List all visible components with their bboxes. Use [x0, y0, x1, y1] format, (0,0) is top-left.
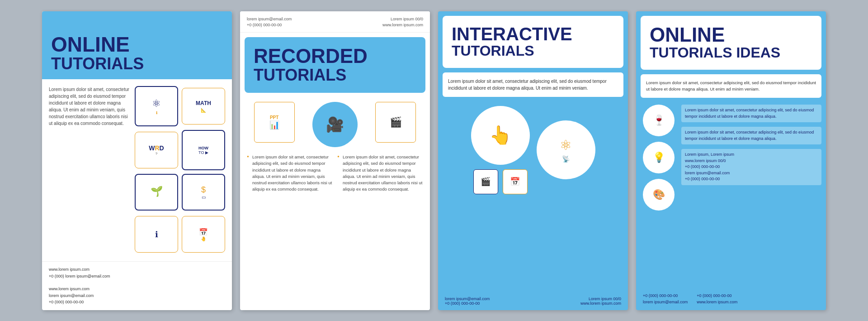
text-item-3: Lorem ipsum, Lorem ipsum www.lorem ipsum… — [681, 149, 821, 185]
atom-label: ℹ — [156, 111, 157, 115]
icons-section-3: 👆 🎬 📅 ⚛ 📡 — [438, 101, 628, 199]
title-tutorials-3: TUTORIALS — [452, 43, 614, 59]
icon-camera: 🎥 — [312, 102, 358, 147]
text-col-4: Lorem ipsum dolor sit amet, consectetur … — [681, 105, 821, 286]
icon-col-4: 🍷 💡 🎨 — [641, 105, 677, 286]
title-recorded: RECORDED — [254, 46, 416, 66]
phone-left: +0 (000) 000-00-00 — [247, 23, 282, 27]
footer-3: lorem ipsum@email.com +0 (000) 000-00-00… — [438, 292, 628, 310]
icon-atom: ⚛ ℹ — [135, 86, 178, 126]
monitor-icon: ▭ — [202, 195, 206, 200]
col1-text: Lorem ipsum dolor sit amet, consectetur … — [247, 154, 333, 305]
content-cols-2: Lorem ipsum dolor sit amet, consectetur … — [240, 152, 430, 310]
top-bar-1 — [42, 11, 232, 25]
atom-symbol: ⚛ — [560, 137, 572, 153]
atom-icon: ⚛ — [152, 98, 161, 110]
page-num-right: Lorem ipsum 00/0 — [391, 17, 423, 21]
footer-text-1: www.lorem ipsum.com +0 (000) lorem ipsum… — [49, 266, 225, 305]
footer-1: www.lorem ipsum.com +0 (000) lorem ipsum… — [42, 261, 232, 310]
icon-math: MATH 📐 — [182, 88, 225, 125]
footer-left-3: lorem ipsum@email.com +0 (000) 000-00-00 — [445, 297, 490, 306]
icon-word: WRD ? — [135, 132, 178, 168]
icons-row-2: PPT 📊 🎥 🎬 — [240, 97, 430, 152]
icon-video-small: 🎬 — [473, 169, 498, 194]
hand-icon: 🤚 — [201, 236, 206, 241]
dollar-icon: $ — [201, 185, 206, 195]
howto-label: TO ▶ — [198, 150, 208, 155]
calendar-icon: 📅 — [199, 228, 208, 236]
text-item-1: Lorem ipsum dolor sit amet, consectetur … — [681, 105, 821, 122]
website-right: www.lorem ipsum.com — [382, 23, 423, 27]
desc-area-4: Lorem ipsum dolor sit amet, consectetur … — [641, 74, 821, 98]
footer-4: +0 (000) 000-00-00 lorem ipsum@email.com… — [636, 288, 826, 310]
top-info-2: lorem ipsum@email.com Lorem ipsum 00/0 +… — [240, 11, 430, 33]
icons-grid-1: ⚛ ℹ MATH 📐 WRD ? HOW TO ▶ 🌱 — [135, 86, 225, 254]
content-area-4: 🍷 💡 🎨 Lorem ipsum dolor sit amet, consec… — [636, 102, 826, 288]
icon-growth: 🌱 — [135, 174, 178, 211]
brochures-container: ONLINE TUTORIALS Lorem ipsum dolor sit a… — [0, 2, 868, 319]
icon-row-small: 🎬 📅 — [473, 169, 528, 194]
brochure-online-tutorials-ideas: ONLINE TUTORIALS IDEAS Lorem ipsum dolor… — [636, 11, 826, 310]
body-text-1: Lorem ipsum dolor sit amet, consectetur … — [49, 86, 130, 254]
info-icon: ℹ — [155, 230, 158, 240]
title-tutorials-2: TUTORIALS — [254, 66, 416, 84]
icon-dollar: $ ▭ — [182, 174, 225, 211]
icon-presentation: PPT 📊 — [254, 102, 295, 143]
icon-calendar: 📅 🤚 — [182, 216, 225, 253]
content-area-1: Lorem ipsum dolor sit amet, consectetur … — [42, 79, 232, 261]
header-1: ONLINE TUTORIALS — [42, 25, 232, 80]
footer-col-right: +0 (000) 000-00-00 www.lorem ipsum.com — [697, 292, 737, 306]
math-icon: MATH — [196, 100, 211, 106]
icon-art: 🎨 — [643, 179, 675, 211]
icon-group-right: ⚛ 📡 — [537, 106, 595, 194]
icon-atom-large: ⚛ 📡 — [537, 120, 595, 179]
icon-calendar-small: 📅 — [503, 169, 528, 194]
howto-icon: HOW — [198, 146, 208, 150]
word-icon: WRD — [149, 144, 164, 152]
email-left: lorem ipsum@email.com — [247, 17, 292, 21]
footer-col-left: +0 (000) 000-00-00 lorem ipsum@email.com — [643, 292, 688, 306]
icon-wine: 🍷 — [643, 105, 675, 136]
top-info-row-2: +0 (000) 000-00-00 www.lorem ipsum.com — [247, 23, 423, 27]
title-ideas: TUTORIALS IDEAS — [650, 45, 812, 61]
header-3: INTERACTIVE TUTORIALS — [443, 16, 623, 68]
title-interactive: INTERACTIVE — [452, 25, 614, 43]
footer-right-3: Lorem ipsum 00/0 www.lorem ipsum.com — [580, 297, 621, 306]
desc-box-3: Lorem ipsum dolor sit amet, consectetur … — [443, 72, 623, 97]
icon-info: ℹ — [135, 216, 178, 253]
header-4: ONLINE TUTORIALS IDEAS — [641, 16, 821, 70]
brochure-recorded-tutorials: lorem ipsum@email.com Lorem ipsum 00/0 +… — [240, 11, 430, 310]
video-symbol: 🎬 — [390, 116, 402, 128]
icon-bulb: 💡 — [643, 142, 675, 173]
ppt-icon: PPT — [270, 115, 278, 120]
header-2: RECORDED TUTORIALS — [245, 37, 425, 93]
text-item-2: Lorem ipsum dolor sit amet, consectetur … — [681, 127, 821, 144]
icon-video: 🎬 — [375, 102, 416, 143]
brochure-online-tutorials: ONLINE TUTORIALS Lorem ipsum dolor sit a… — [42, 11, 232, 310]
title-online: ONLINE — [51, 34, 223, 55]
icon-group-left: 👆 🎬 📅 — [471, 106, 530, 194]
col2-text: Lorem ipsum dolor sit amet, consectetur … — [337, 154, 423, 305]
title-tutorials-1: TUTORIALS — [51, 55, 223, 73]
word-label: ? — [156, 152, 157, 156]
title-online-4: ONLINE — [650, 25, 812, 45]
icon-pointer: 👆 — [471, 106, 530, 165]
growth-icon: 🌱 — [151, 186, 163, 197]
icon-howto: HOW TO ▶ — [182, 130, 225, 170]
brochure-interactive-tutorials: INTERACTIVE TUTORIALS Lorem ipsum dolor … — [438, 11, 628, 310]
presentation-symbol: 📊 — [269, 120, 279, 130]
top-info-row-1: lorem ipsum@email.com Lorem ipsum 00/0 — [247, 17, 423, 21]
atom-signal: 📡 — [562, 155, 570, 163]
